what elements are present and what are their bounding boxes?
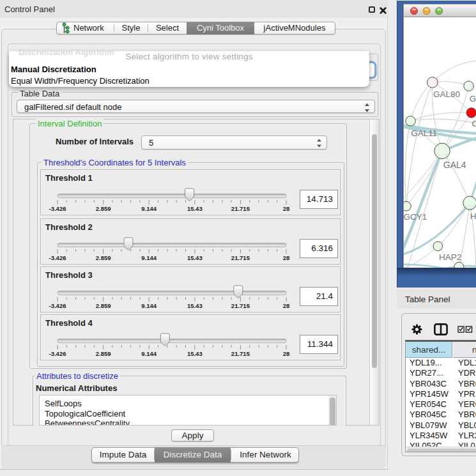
svg-text:15.43: 15.43 (187, 350, 203, 357)
svg-text:2.859: 2.859 (96, 205, 111, 212)
svg-text:GAL4: GAL4 (443, 160, 466, 170)
svg-text:9.144: 9.144 (141, 350, 157, 357)
svg-text:28: 28 (283, 350, 290, 357)
svg-text:-3.426: -3.426 (49, 302, 66, 309)
svg-text:2.859: 2.859 (96, 302, 111, 309)
svg-text:9.144: 9.144 (141, 302, 157, 309)
svg-text:-3.426: -3.426 (49, 254, 66, 261)
svg-text:21.715: 21.715 (231, 254, 250, 261)
svg-text:21.715: 21.715 (231, 350, 250, 357)
svg-text:-3.426: -3.426 (49, 350, 66, 357)
svg-text:28: 28 (283, 254, 290, 261)
svg-text:2.859: 2.859 (96, 350, 111, 357)
svg-text:GA: GA (470, 94, 476, 104)
svg-text:15.43: 15.43 (187, 205, 203, 212)
svg-text:GAL80: GAL80 (433, 89, 460, 99)
svg-text:28: 28 (283, 205, 290, 212)
svg-text:2.859: 2.859 (96, 254, 111, 261)
svg-text:GCY1: GCY1 (404, 212, 427, 222)
svg-text:GAL11: GAL11 (411, 128, 437, 138)
svg-text:9.144: 9.144 (141, 205, 157, 212)
svg-text:21.715: 21.715 (231, 205, 250, 212)
svg-text:21.715: 21.715 (231, 302, 250, 309)
svg-text:9.144: 9.144 (141, 254, 157, 261)
svg-text:C: C (472, 119, 476, 128)
svg-text:28: 28 (283, 302, 290, 309)
svg-text:15.43: 15.43 (187, 254, 203, 261)
svg-text:H: H (470, 211, 476, 221)
svg-text:HAP2: HAP2 (439, 252, 461, 262)
svg-text:-3.426: -3.426 (49, 205, 66, 212)
svg-text:15.43: 15.43 (187, 302, 203, 309)
